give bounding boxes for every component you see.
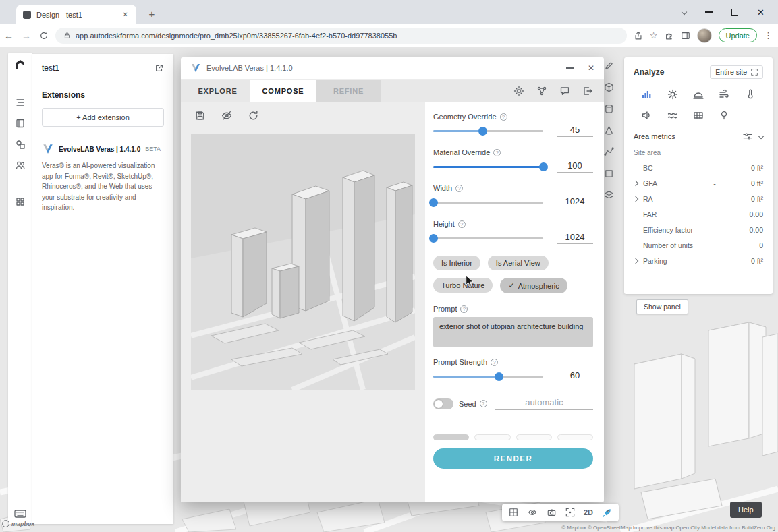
vegetation-analysis-icon[interactable]	[719, 110, 729, 121]
window-close-button[interactable]: ✕	[757, 7, 765, 18]
tab-close-icon[interactable]: ✕	[120, 9, 131, 20]
thermal-analysis-icon[interactable]	[745, 89, 756, 100]
tab-search-chevron-icon[interactable]	[682, 9, 687, 15]
rectangle-icon[interactable]	[604, 169, 614, 179]
chat-icon[interactable]	[559, 86, 570, 96]
extension-list-item[interactable]: EvolveLAB Veras | 1.4.1.0 BETA	[42, 143, 164, 155]
profile-avatar[interactable]	[697, 28, 712, 43]
prompt-input[interactable]: exterior shot of utopian architecture bu…	[433, 317, 593, 347]
width-info-icon[interactable]: ?	[455, 185, 463, 192]
geometry-override-slider[interactable]	[433, 126, 543, 136]
address-bar[interactable]: app.autodeskforma.com/designmode/pro_dmb…	[55, 28, 627, 44]
height-value[interactable]: 1024	[557, 232, 593, 244]
prompt-strength-value[interactable]: 60	[557, 370, 593, 382]
hide-geometry-icon[interactable]	[221, 110, 233, 121]
sun-analysis-icon[interactable]	[667, 89, 678, 100]
statistics-icon[interactable]	[641, 89, 652, 100]
share-project-icon[interactable]	[155, 63, 164, 73]
chip-atmospheric[interactable]: ✓Atmospheric	[500, 278, 567, 293]
expand-chevron-icon[interactable]	[633, 258, 638, 263]
chip-is-aerial-view[interactable]: Is Aerial View	[488, 256, 549, 270]
cylinder-icon[interactable]	[604, 104, 614, 114]
apps-grid-icon[interactable]	[15, 196, 26, 207]
seed-value[interactable]: automatic	[495, 397, 593, 410]
refresh-viewport-icon[interactable]	[248, 110, 259, 121]
height-slider[interactable]	[433, 233, 543, 243]
share-icon[interactable]	[634, 31, 643, 40]
levels-icon[interactable]	[15, 97, 26, 108]
dialog-close-button[interactable]: ✕	[588, 63, 594, 73]
geometry-icon[interactable]	[15, 139, 26, 150]
material-override-value[interactable]: 100	[557, 160, 593, 173]
extensions-puzzle-icon[interactable]	[665, 31, 674, 40]
filter-tune-icon[interactable]	[743, 132, 752, 140]
mode-2d-button[interactable]: 2D	[584, 508, 593, 516]
metric-row-bc[interactable]: BC - 0 ft²	[634, 160, 763, 175]
render-button[interactable]: RENDER	[433, 448, 593, 469]
veras-dialog-titlebar[interactable]: EvolveLAB Veras | 1.4.1.0 ✕	[181, 57, 604, 80]
tab-compose[interactable]: COMPOSE	[250, 80, 316, 102]
width-value[interactable]: 1024	[557, 196, 593, 208]
update-button[interactable]: Update	[719, 28, 757, 42]
grid-view-icon[interactable]	[509, 508, 518, 517]
forward-button[interactable]: →	[18, 30, 35, 41]
show-panel-button[interactable]: Show panel	[636, 299, 688, 314]
chip-turbo-nature[interactable]: Turbo Nature	[433, 278, 493, 293]
metric-row-ra[interactable]: RA - 0 ft²	[634, 191, 763, 206]
pencil-icon[interactable]	[604, 61, 614, 71]
geometry-override-value[interactable]: 45	[557, 125, 593, 137]
polyline-icon[interactable]	[604, 147, 614, 157]
area-metrics-collapse-icon[interactable]	[758, 134, 764, 139]
height-info-icon[interactable]: ?	[458, 220, 466, 228]
visibility-eye-icon[interactable]	[527, 508, 538, 517]
tab-explore[interactable]: EXPLORE	[185, 80, 250, 102]
viewport-3d-render[interactable]	[191, 134, 415, 390]
cube-icon[interactable]	[604, 82, 614, 92]
noise-analysis-icon[interactable]	[641, 110, 652, 121]
browser-menu-icon[interactable]: ⋮	[764, 30, 773, 40]
veras-rocket-icon[interactable]	[602, 508, 612, 518]
members-icon[interactable]	[15, 160, 26, 171]
new-tab-button[interactable]: +	[144, 6, 159, 21]
library-icon[interactable]	[15, 118, 26, 129]
prompt-strength-info-icon[interactable]: ?	[491, 359, 498, 366]
material-override-slider[interactable]	[433, 162, 543, 171]
camera-icon[interactable]	[547, 508, 557, 517]
seed-toggle[interactable]	[433, 398, 453, 409]
expand-chevron-icon[interactable]	[633, 196, 638, 201]
metric-row-gfa[interactable]: GFA - 0 ft²	[634, 175, 763, 191]
side-panel-icon[interactable]	[681, 31, 690, 40]
bookmark-star-icon[interactable]: ☆	[650, 30, 658, 40]
workflow-nodes-icon[interactable]	[536, 86, 547, 96]
prompt-strength-slider[interactable]	[433, 372, 543, 381]
width-slider[interactable]	[433, 198, 543, 207]
map-attribution[interactable]: © Mapbox © OpenStreetMap Improve this ma…	[561, 525, 775, 531]
browser-tab[interactable]: Design - test1 ✕	[16, 5, 136, 24]
solar-panel-analysis-icon[interactable]	[693, 110, 704, 121]
layers-icon[interactable]	[604, 190, 614, 200]
back-button[interactable]: ←	[0, 30, 18, 41]
keyboard-shortcuts-icon[interactable]	[14, 509, 26, 519]
sign-out-icon[interactable]	[582, 86, 593, 96]
seed-info-icon[interactable]: ?	[480, 400, 487, 407]
screenshot-target-icon[interactable]	[565, 508, 575, 517]
prompt-info-icon[interactable]: ?	[460, 305, 468, 313]
geometry-override-info-icon[interactable]: ?	[500, 113, 507, 121]
shadow-analysis-icon[interactable]	[693, 89, 704, 100]
metric-row-parking[interactable]: Parking 0 ft²	[634, 253, 763, 268]
settings-gear-icon[interactable]	[513, 86, 524, 96]
reload-button[interactable]	[35, 31, 53, 40]
chip-is-interior[interactable]: Is Interior	[433, 256, 480, 270]
help-button[interactable]: Help	[730, 502, 762, 518]
material-override-info-icon[interactable]: ?	[493, 149, 501, 156]
dialog-minimize-button[interactable]	[566, 67, 574, 69]
wind-analysis-icon[interactable]	[719, 89, 729, 100]
tab-refine[interactable]: REFINE	[316, 80, 381, 102]
window-minimize-button[interactable]	[705, 11, 713, 13]
cone-icon[interactable]	[604, 125, 614, 136]
expand-chevron-icon[interactable]	[633, 180, 638, 185]
add-extension-button[interactable]: + Add extension	[42, 108, 164, 127]
save-icon[interactable]	[194, 110, 206, 121]
entire-site-button[interactable]: Entire site	[710, 65, 763, 79]
microclimate-analysis-icon[interactable]	[667, 110, 678, 121]
